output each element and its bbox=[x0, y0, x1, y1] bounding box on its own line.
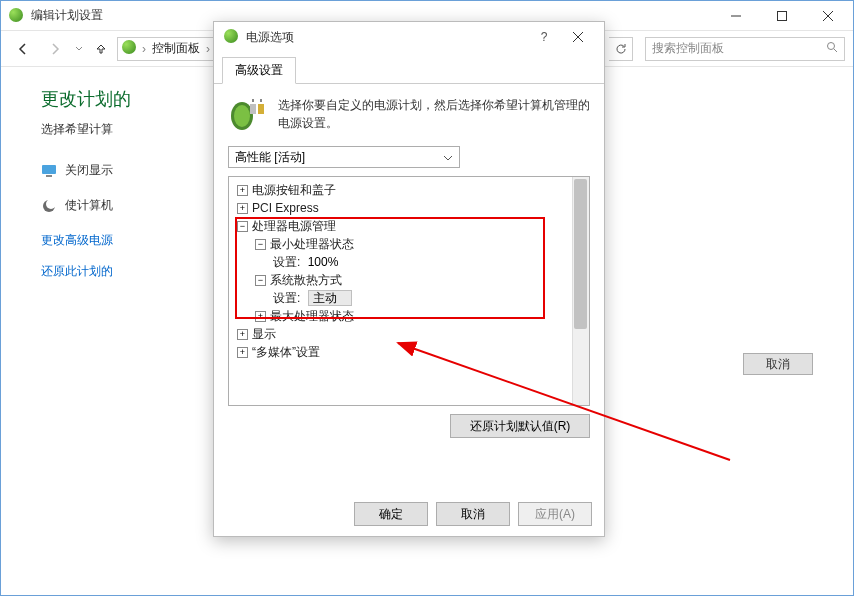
dialog-icon bbox=[224, 29, 240, 45]
app-icon bbox=[9, 8, 25, 24]
moon-icon bbox=[41, 198, 57, 214]
chevron-down-icon bbox=[443, 150, 453, 164]
maximize-icon bbox=[777, 11, 787, 21]
breadcrumb-sep2-icon: › bbox=[206, 42, 210, 56]
breadcrumb-root[interactable]: 控制面板 bbox=[152, 40, 200, 57]
tab-advanced[interactable]: 高级设置 bbox=[222, 57, 296, 84]
row-turnoff-label: 关闭显示 bbox=[65, 162, 113, 179]
back-button[interactable] bbox=[9, 35, 37, 63]
maximize-button[interactable] bbox=[759, 2, 805, 30]
monitor-icon bbox=[41, 163, 57, 179]
outer-cancel-button[interactable]: 取消 bbox=[743, 353, 813, 375]
svg-point-5 bbox=[46, 199, 56, 209]
dialog-titlebar: 电源选项 ? bbox=[214, 22, 604, 52]
tree-node-max-processor[interactable]: + 最大处理器状态 bbox=[235, 307, 583, 325]
collapse-icon[interactable]: − bbox=[237, 221, 248, 232]
dialog-body: 选择你要自定义的电源计划，然后选择你希望计算机管理的电源设置。 高性能 [活动]… bbox=[214, 84, 604, 450]
dialog-footer: 确定 取消 应用(A) bbox=[354, 502, 592, 526]
search-input[interactable]: 搜索控制面板 bbox=[645, 37, 845, 61]
tree-node-processor-power[interactable]: − 处理器电源管理 bbox=[235, 217, 583, 235]
tree-node-min-processor[interactable]: − 最小处理器状态 bbox=[235, 235, 583, 253]
dialog-help-button[interactable]: ? bbox=[530, 25, 558, 49]
svg-point-7 bbox=[234, 105, 250, 127]
tree-node-multimedia[interactable]: + “多媒体”设置 bbox=[235, 343, 583, 361]
dialog-title: 电源选项 bbox=[246, 29, 294, 46]
tree-node-pci-express[interactable]: + PCI Express bbox=[235, 199, 583, 217]
search-placeholder: 搜索控制面板 bbox=[652, 40, 724, 57]
arrow-up-icon bbox=[94, 42, 108, 56]
cooling-value-dropdown[interactable]: 主动 bbox=[308, 290, 352, 306]
plan-dropdown[interactable]: 高性能 [活动] bbox=[228, 146, 460, 168]
ok-button[interactable]: 确定 bbox=[354, 502, 428, 526]
close-button[interactable] bbox=[805, 2, 851, 30]
breadcrumb-sep-icon: › bbox=[142, 42, 146, 56]
expand-icon[interactable]: + bbox=[255, 311, 266, 322]
settings-tree: + 电源按钮和盖子 + PCI Express − 处理器电源管理 − 最小处理… bbox=[228, 176, 590, 406]
window-title: 编辑计划设置 bbox=[31, 7, 103, 24]
minimize-button[interactable] bbox=[713, 2, 759, 30]
svg-rect-2 bbox=[42, 165, 56, 174]
svg-rect-3 bbox=[46, 175, 52, 177]
close-icon bbox=[573, 32, 583, 42]
setting-min-processor-value[interactable]: 设置: 100% bbox=[235, 253, 583, 271]
restore-defaults-button[interactable]: 还原计划默认值(R) bbox=[450, 414, 590, 438]
minimize-icon bbox=[731, 11, 741, 21]
refresh-button[interactable] bbox=[609, 37, 633, 61]
help-icon: ? bbox=[541, 30, 548, 44]
dialog-close-button[interactable] bbox=[558, 25, 598, 49]
svg-rect-8 bbox=[250, 104, 256, 114]
svg-point-1 bbox=[828, 43, 835, 50]
tab-strip: 高级设置 bbox=[214, 58, 604, 84]
apply-button[interactable]: 应用(A) bbox=[518, 502, 592, 526]
history-dropdown[interactable] bbox=[73, 42, 85, 56]
cancel-button[interactable]: 取消 bbox=[436, 502, 510, 526]
expand-icon[interactable]: + bbox=[237, 347, 248, 358]
arrow-right-icon bbox=[48, 42, 62, 56]
plan-selected-label: 高性能 [活动] bbox=[235, 149, 305, 166]
expand-icon[interactable]: + bbox=[237, 203, 248, 214]
power-options-dialog: 电源选项 ? 高级设置 选择你要自定义的电源计划，然后选择你希望计算机管理的电源… bbox=[213, 21, 605, 537]
outer-footer: 取消 bbox=[743, 353, 813, 375]
chevron-down-icon bbox=[75, 45, 83, 53]
setting-cooling-value[interactable]: 设置: 主动 bbox=[235, 289, 583, 307]
refresh-icon bbox=[615, 43, 627, 55]
expand-icon[interactable]: + bbox=[237, 329, 248, 340]
dialog-description: 选择你要自定义的电源计划，然后选择你希望计算机管理的电源设置。 bbox=[278, 96, 590, 132]
close-icon bbox=[823, 11, 833, 21]
tree-node-power-buttons[interactable]: + 电源按钮和盖子 bbox=[235, 181, 583, 199]
forward-button[interactable] bbox=[41, 35, 69, 63]
collapse-icon[interactable]: − bbox=[255, 239, 266, 250]
row-sleep-label: 使计算机 bbox=[65, 197, 113, 214]
expand-icon[interactable]: + bbox=[237, 185, 248, 196]
search-icon bbox=[826, 41, 838, 56]
tree-node-cooling-policy[interactable]: − 系统散热方式 bbox=[235, 271, 583, 289]
arrow-left-icon bbox=[16, 42, 30, 56]
address-icon bbox=[122, 40, 136, 57]
dialog-header: 选择你要自定义的电源计划，然后选择你希望计算机管理的电源设置。 bbox=[228, 96, 590, 132]
battery-icon bbox=[228, 96, 268, 132]
up-button[interactable] bbox=[89, 37, 113, 61]
svg-rect-9 bbox=[258, 104, 264, 114]
collapse-icon[interactable]: − bbox=[255, 275, 266, 286]
tree-node-display[interactable]: + 显示 bbox=[235, 325, 583, 343]
svg-rect-0 bbox=[778, 11, 787, 20]
